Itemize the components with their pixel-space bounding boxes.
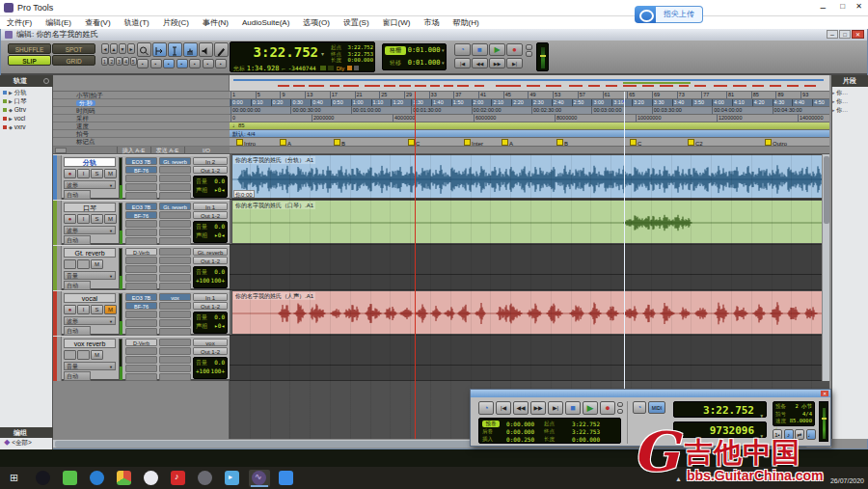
insert-slot-empty[interactable] <box>125 229 157 236</box>
record-enable-button[interactable]: ● <box>64 305 76 314</box>
track-header[interactable]: vocal●ISM波形▼自动读取EQ3 7BBF-76voxIn 1Out 1-… <box>53 290 230 336</box>
pan-right-value[interactable]: 100+ <box>211 367 225 374</box>
edit-toggle-button[interactable]: ▪ <box>137 59 149 68</box>
record-enable-button[interactable]: ● <box>64 169 76 178</box>
menu-item[interactable]: 设置(S) <box>337 17 376 28</box>
transport-field-value[interactable]: 3:22.752 <box>561 421 600 427</box>
zoom-arrow-button[interactable]: ► <box>127 43 135 54</box>
automation-mode-left[interactable]: 自动 <box>64 190 91 200</box>
insert-slot-empty[interactable] <box>125 328 157 336</box>
transport-close-button[interactable]: ✕ <box>821 391 828 396</box>
edit-toggle-button[interactable]: ▪ <box>215 59 227 68</box>
samples-ruler[interactable]: 0200000040000006000000800000010000000120… <box>230 115 829 122</box>
tempo-event-label[interactable]: ♩85 <box>232 122 245 128</box>
insert-slot-empty[interactable] <box>125 220 157 228</box>
ruler-label-row[interactable]: 小节|拍子 <box>53 92 230 99</box>
solo-button[interactable]: S <box>91 214 103 224</box>
zoom-arrow-button[interactable]: ▼ <box>119 43 126 54</box>
transport-main-counter[interactable]: 3:22.752▾ <box>673 401 767 418</box>
ruler-label-row[interactable]: 拍号 <box>53 130 230 138</box>
transport-expand-toggle[interactable] <box>617 402 623 407</box>
audio-clip[interactable]: 你的名字我的姓氏（分轨）.A1你0:00 <box>231 154 827 199</box>
tempo-ruler[interactable]: ♩85 <box>230 122 829 130</box>
midi-merge-toggle[interactable]: ⇄ <box>795 429 804 440</box>
ffwd-button[interactable]: ▶▶ <box>489 58 505 68</box>
inserts-column-header[interactable]: 插入 A-E <box>117 147 149 154</box>
track-lane[interactable] <box>230 336 829 381</box>
grid-label[interactable]: 格栅 <box>385 46 406 55</box>
track-header[interactable]: 分轨●ISM波形▼自动读取EQ3 7BBF-76Gt. reverbIn 2Ou… <box>53 154 230 200</box>
io-column-header[interactable]: I/O <box>184 147 228 154</box>
sidebar-track-item[interactable]: ▶ 口琴 <box>0 97 53 106</box>
sidebar-track-item[interactable]: ▶ vocl <box>0 115 53 123</box>
send-slot-empty[interactable] <box>159 373 191 381</box>
transport-field-value[interactable]: 0:00.250 <box>500 436 534 443</box>
ruler-label-row[interactable]: 采样 <box>53 115 230 122</box>
transport-rtz-button[interactable]: |◀ <box>496 401 511 415</box>
transport-record-button[interactable]: ● <box>600 401 615 415</box>
vertical-scrollbar[interactable] <box>822 154 829 381</box>
clip-disclosure-icon[interactable]: ▸ <box>832 90 835 95</box>
transport-titlebar[interactable] <box>471 390 830 397</box>
timecode-ruler[interactable]: 00:00:00:0000:00:30:0000:01:00:0000:01:3… <box>230 107 829 115</box>
delay-indicator[interactable]: Dly <box>337 66 345 71</box>
marker[interactable]: A <box>280 139 291 147</box>
output-path-button[interactable]: Out 1-2 <box>193 302 228 310</box>
track-name[interactable]: Gt. reverb <box>64 248 116 258</box>
menu-item[interactable]: 选项(O) <box>296 17 337 28</box>
send-slot-empty[interactable] <box>159 365 191 372</box>
insert-slot-empty[interactable] <box>125 192 157 200</box>
count-off-button[interactable]: 1• <box>773 429 782 440</box>
menu-item[interactable]: 文件(F) <box>0 17 39 28</box>
tray-icon[interactable]: ◧ <box>723 475 730 482</box>
nudge-label[interactable]: 轻移 <box>385 59 406 68</box>
transport-expand-toggle[interactable] <box>526 51 532 57</box>
insert-slot-empty[interactable] <box>125 373 157 381</box>
solo-button[interactable]: S <box>91 169 103 178</box>
insert-slot-empty[interactable] <box>125 175 157 182</box>
output-path-button[interactable]: Out 1-2 <box>193 257 228 264</box>
meter-ruler[interactable]: 默认: 4/4 <box>230 130 829 138</box>
zoom-preset-button[interactable]: 1 <box>101 57 108 66</box>
send-slot-empty[interactable] <box>159 248 191 256</box>
taskbar-icon-calculator[interactable] <box>195 470 216 487</box>
mode-button-slip[interactable]: SLIP <box>8 55 51 66</box>
input-monitor-button[interactable]: I <box>77 305 90 314</box>
tray-icon[interactable]: ✉ <box>711 475 717 482</box>
mute-button[interactable]: M <box>104 169 117 178</box>
pan-value[interactable]: ▸0◂ <box>214 186 225 195</box>
taskbar-icon-wechat[interactable] <box>60 470 81 487</box>
rewind-button[interactable]: ◀◀ <box>472 58 488 68</box>
automation-mode-left[interactable]: 自动 <box>64 371 91 381</box>
mute-button[interactable]: M <box>104 214 117 224</box>
insert-slot-empty[interactable] <box>125 365 157 372</box>
track-view-selector[interactable]: 音量▼ <box>64 271 116 280</box>
volume-value[interactable]: 0.0 <box>214 223 225 231</box>
meter-event-label[interactable]: 默认: 4/4 <box>232 130 256 138</box>
pan-value[interactable]: ▸0◂ <box>214 322 225 331</box>
main-counter-value[interactable]: 3:22.752 <box>233 44 318 60</box>
marker-icon[interactable] <box>630 139 637 146</box>
transport-field-value[interactable]: 0:00.000 <box>561 436 600 443</box>
taskbar-icon-chrome[interactable] <box>114 470 135 487</box>
send-slot-empty[interactable] <box>159 283 191 290</box>
send-slot-empty[interactable] <box>159 175 191 182</box>
output-path-button[interactable]: Out 1-2 <box>193 347 228 355</box>
clip-list-item[interactable]: ▸ 你… <box>832 106 868 115</box>
track-lane[interactable] <box>230 245 829 290</box>
mute-button[interactable]: M <box>91 350 103 360</box>
ruler-label-row[interactable]: 标记点 <box>53 138 230 147</box>
edit-restore-button[interactable]: □ <box>839 30 851 39</box>
transport-online-button[interactable]: ◔ <box>478 401 494 415</box>
input-path-button[interactable]: In 2 <box>193 157 228 165</box>
mute-button[interactable]: M <box>91 259 103 269</box>
marker-icon[interactable] <box>236 139 243 146</box>
grid-dropdown-arrow[interactable]: ▾ <box>442 47 445 53</box>
edit-toggle-button[interactable]: ▪ <box>176 59 188 68</box>
online-button[interactable]: ◔ <box>454 43 471 56</box>
send-slot-empty[interactable] <box>159 229 191 236</box>
volume-value[interactable]: 0.0 <box>214 268 225 277</box>
automation-mode-left[interactable]: 自动 <box>64 281 91 290</box>
input-path-button[interactable]: Gt. reverb <box>193 248 228 256</box>
track-view-selector[interactable]: 波形▼ <box>64 316 116 325</box>
